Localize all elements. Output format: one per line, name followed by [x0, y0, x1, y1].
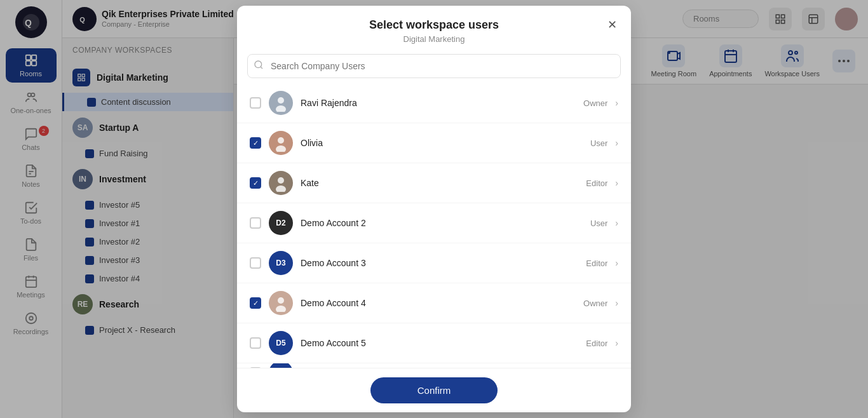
modal-footer: Confirm — [237, 368, 631, 412]
user-row-demo5[interactable]: D5 Demo Account 5 Editor › — [237, 323, 631, 363]
modal-header: Select workspace users Digital Marketing… — [237, 6, 631, 49]
user-avatar-olivia — [269, 131, 293, 155]
user-row-ravi[interactable]: Ravi Rajendra Owner › — [237, 83, 631, 123]
user-role-demo2: User — [590, 219, 607, 228]
user-row-demo4[interactable]: Demo Account 4 Owner › — [237, 283, 631, 323]
user-checkbox-demo5[interactable] — [250, 337, 261, 349]
user-checkbox-demo2[interactable] — [250, 217, 261, 229]
user-name-kate: Kate — [301, 178, 578, 188]
user-role-olivia: User — [590, 138, 607, 148]
search-input[interactable] — [247, 54, 621, 78]
user-chevron-demo3[interactable]: › — [615, 258, 618, 268]
user-chevron-demo2[interactable]: › — [615, 218, 618, 228]
modal-close-button[interactable]: ✕ — [603, 16, 621, 34]
user-checkbox-ravi[interactable] — [250, 97, 261, 109]
user-chevron-demo4[interactable]: › — [615, 298, 618, 308]
user-name-demo3: Demo Account 3 — [301, 258, 578, 268]
user-row-demo2[interactable]: D2 Demo Account 2 User › — [237, 203, 631, 243]
modal-title: Select workspace users — [252, 18, 616, 32]
user-checkbox-kate[interactable] — [250, 177, 261, 189]
user-checkbox-demo4[interactable] — [250, 297, 261, 309]
user-role-demo5: Editor — [586, 339, 607, 348]
svg-point-44 — [276, 145, 286, 152]
modal-subtitle: Digital Marketing — [252, 34, 616, 44]
user-role-kate: Editor — [586, 179, 607, 188]
user-role-demo3: Editor — [586, 259, 607, 268]
user-chevron-ravi[interactable]: › — [615, 98, 618, 108]
search-icon — [254, 60, 264, 72]
user-avatar-ravi — [269, 91, 293, 115]
user-checkbox-olivia[interactable] — [250, 137, 261, 149]
user-avatar-partial — [269, 363, 293, 368]
user-role-ravi: Owner — [583, 98, 607, 108]
svg-point-41 — [278, 97, 284, 104]
svg-point-47 — [278, 297, 284, 304]
user-name-demo4: Demo Account 4 — [301, 298, 576, 308]
user-avatar-demo2: D2 — [269, 211, 293, 235]
svg-point-46 — [276, 185, 286, 192]
user-list: Ravi Rajendra Owner › Olivia User › — [237, 81, 631, 368]
svg-point-39 — [255, 61, 262, 68]
modal-overlay: Select workspace users Digital Marketing… — [0, 0, 868, 418]
svg-point-42 — [276, 105, 286, 112]
user-name-ravi: Ravi Rajendra — [301, 98, 576, 108]
svg-point-45 — [278, 177, 284, 184]
user-chevron-kate[interactable]: › — [615, 178, 618, 188]
select-workspace-users-modal: Select workspace users Digital Marketing… — [237, 6, 631, 412]
user-row-partial — [237, 363, 631, 368]
svg-point-48 — [276, 306, 286, 312]
user-row-olivia[interactable]: Olivia User › — [237, 123, 631, 163]
user-chevron-demo5[interactable]: › — [615, 338, 618, 348]
user-avatar-demo3: D3 — [269, 251, 293, 275]
modal-search-wrapper — [247, 54, 621, 78]
user-name-demo5: Demo Account 5 — [301, 338, 578, 348]
user-avatar-demo5: D5 — [269, 331, 293, 355]
user-role-demo4: Owner — [583, 299, 607, 308]
user-checkbox-demo3[interactable] — [250, 257, 261, 269]
user-row-kate[interactable]: Kate Editor › — [237, 163, 631, 203]
user-chevron-olivia[interactable]: › — [615, 138, 618, 148]
user-row-demo3[interactable]: D3 Demo Account 3 Editor › — [237, 243, 631, 283]
svg-line-40 — [261, 67, 262, 69]
user-avatar-demo4 — [269, 291, 293, 315]
user-name-demo2: Demo Account 2 — [301, 218, 583, 228]
confirm-button[interactable]: Confirm — [370, 377, 498, 403]
svg-point-43 — [278, 137, 284, 144]
user-name-olivia: Olivia — [301, 138, 583, 148]
user-avatar-kate — [269, 171, 293, 195]
